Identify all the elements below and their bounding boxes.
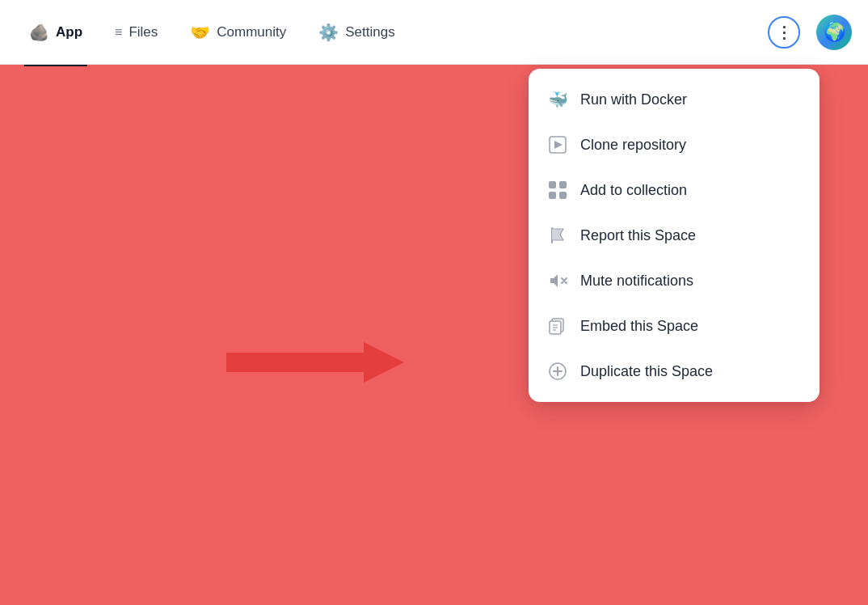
svg-marker-2 xyxy=(554,141,563,149)
docker-icon: 🐳 xyxy=(546,88,569,111)
svg-rect-3 xyxy=(549,181,556,188)
tab-app[interactable]: 🪨 App xyxy=(16,16,95,49)
menu-item-duplicate-space-label: Duplicate this Space xyxy=(580,363,713,380)
community-icon: 🤝 xyxy=(190,23,210,42)
dropdown-menu: 🐳 Run with Docker Clone repository Add t… xyxy=(529,69,820,402)
flag-icon xyxy=(546,224,569,247)
more-dots-icon: ⋮ xyxy=(776,23,792,42)
menu-item-add-collection[interactable]: Add to collection xyxy=(529,167,820,213)
menu-item-mute-notifications-label: Mute notifications xyxy=(580,273,693,290)
svg-marker-0 xyxy=(226,342,404,383)
tab-settings[interactable]: ⚙️ Settings xyxy=(305,16,407,49)
avatar[interactable]: 🌍 xyxy=(816,15,852,50)
arrow xyxy=(226,338,404,390)
menu-item-add-collection-label: Add to collection xyxy=(580,182,687,199)
menu-item-mute-notifications[interactable]: Mute notifications xyxy=(529,258,820,303)
menu-item-run-docker-label: Run with Docker xyxy=(580,91,687,108)
menu-item-report-space[interactable]: Report this Space xyxy=(529,213,820,258)
app-icon: 🪨 xyxy=(29,23,49,42)
nav-tabs: 🪨 App ≡ Files 🤝 Community ⚙️ Settings ⋮ … xyxy=(16,15,852,50)
svg-rect-6 xyxy=(559,192,567,199)
svg-rect-5 xyxy=(549,192,556,199)
tab-community-label: Community xyxy=(217,24,286,40)
menu-item-embed-space[interactable]: Embed this Space xyxy=(529,303,820,349)
header: 🪨 App ≡ Files 🤝 Community ⚙️ Settings ⋮ … xyxy=(0,0,868,65)
collection-icon xyxy=(546,179,569,201)
menu-item-clone-repo[interactable]: Clone repository xyxy=(529,122,820,167)
tab-settings-label: Settings xyxy=(345,24,394,40)
menu-item-report-space-label: Report this Space xyxy=(580,227,696,244)
menu-item-embed-space-label: Embed this Space xyxy=(580,318,698,335)
settings-icon: ⚙️ xyxy=(318,23,339,42)
tab-community[interactable]: 🤝 Community xyxy=(177,16,299,49)
menu-item-duplicate-space[interactable]: Duplicate this Space xyxy=(529,349,820,394)
tab-files[interactable]: ≡ Files xyxy=(102,18,171,47)
svg-rect-4 xyxy=(559,181,567,188)
clone-icon xyxy=(546,133,569,156)
duplicate-icon xyxy=(546,360,569,383)
menu-item-clone-repo-label: Clone repository xyxy=(580,137,686,154)
menu-item-run-docker[interactable]: 🐳 Run with Docker xyxy=(529,77,820,122)
tab-files-label: Files xyxy=(129,24,158,40)
tab-app-label: App xyxy=(56,24,82,40)
avatar-emoji: 🌍 xyxy=(824,22,845,43)
mute-icon xyxy=(546,269,569,292)
more-button[interactable]: ⋮ xyxy=(768,16,800,49)
embed-icon xyxy=(546,315,569,337)
files-icon: ≡ xyxy=(115,25,122,40)
